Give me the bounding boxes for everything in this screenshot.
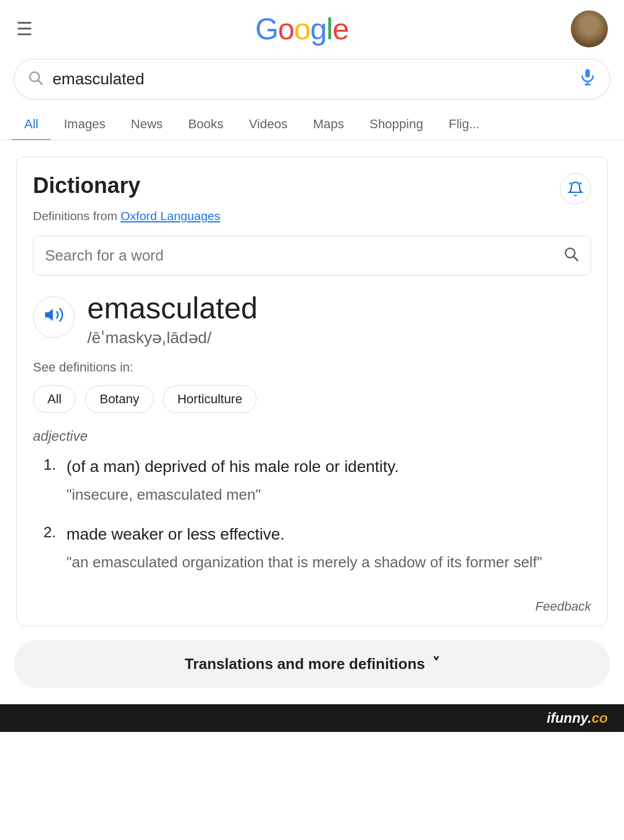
search-bar-search-icon xyxy=(27,69,43,90)
def-text-2: made weaker or less effective. xyxy=(66,522,591,547)
search-bar-container xyxy=(0,54,624,109)
google-logo: Google xyxy=(255,12,349,46)
feedback-row: Feedback xyxy=(33,590,591,626)
word-section: emasculated /ēˈmaskyəˌlādəd/ xyxy=(33,292,591,347)
svg-line-6 xyxy=(574,257,577,260)
tab-shopping[interactable]: Shopping xyxy=(356,109,436,140)
def-content-1: (of a man) deprived of his male role or … xyxy=(66,455,591,506)
see-definitions-label: See definitions in: xyxy=(33,360,591,375)
def-example-1: "insecure, emasculated men" xyxy=(66,484,591,506)
speaker-button[interactable] xyxy=(33,296,75,338)
bell-alert-button[interactable] xyxy=(560,173,591,205)
svg-line-1 xyxy=(38,80,42,84)
dictionary-title: Dictionary xyxy=(33,173,140,198)
filter-pills: All Botany Horticulture xyxy=(33,385,591,413)
avatar-image xyxy=(571,10,608,47)
definitions-source: Definitions from Oxford Languages xyxy=(33,209,591,223)
filter-all[interactable]: All xyxy=(33,385,76,413)
filter-horticulture[interactable]: Horticulture xyxy=(163,385,257,413)
def-content-2: made weaker or less effective. "an emasc… xyxy=(66,522,591,574)
definitions-list: 1. (of a man) deprived of his male role … xyxy=(33,455,591,574)
nav-tabs: All Images News Books Videos Maps Shoppi… xyxy=(0,109,624,140)
tab-maps[interactable]: Maps xyxy=(300,109,357,140)
word-info: emasculated /ēˈmaskyəˌlādəd/ xyxy=(87,292,591,347)
tab-all[interactable]: All xyxy=(12,109,51,140)
chevron-down-icon: ˅ xyxy=(432,655,440,673)
tab-books[interactable]: Books xyxy=(176,109,236,140)
word-title: emasculated xyxy=(87,292,591,325)
dictionary-search-input[interactable] xyxy=(45,247,563,265)
definition-item-1: 1. (of a man) deprived of his male role … xyxy=(33,455,591,506)
word-pronunciation: /ēˈmaskyəˌlādəd/ xyxy=(87,328,591,347)
user-avatar[interactable] xyxy=(571,10,608,47)
tab-videos[interactable]: Videos xyxy=(236,109,300,140)
svg-marker-7 xyxy=(45,309,53,321)
app-header: ☰ Google xyxy=(0,0,624,54)
definition-item-2: 2. made weaker or less effective. "an em… xyxy=(33,522,591,574)
tab-news[interactable]: News xyxy=(118,109,176,140)
dictionary-card: Dictionary Definitions from Oxford Langu… xyxy=(16,157,608,626)
filter-botany[interactable]: Botany xyxy=(85,385,154,413)
dictionary-search-icon xyxy=(563,246,579,266)
search-input[interactable] xyxy=(53,70,578,88)
search-bar[interactable] xyxy=(14,59,610,99)
part-of-speech: adjective xyxy=(33,428,591,444)
svg-rect-2 xyxy=(585,69,590,78)
microphone-icon[interactable] xyxy=(578,68,597,91)
translations-button[interactable]: Translations and more definitions ˅ xyxy=(14,640,610,688)
translations-label: Translations and more definitions xyxy=(184,655,425,673)
def-example-2: "an emasculated organization that is mer… xyxy=(66,551,591,574)
def-number-1: 1. xyxy=(33,455,56,506)
ifunny-logo: ifunny.co xyxy=(547,710,608,726)
dictionary-search-field[interactable] xyxy=(33,236,591,276)
hamburger-menu-icon[interactable]: ☰ xyxy=(16,20,33,38)
ifunny-bar: ifunny.co xyxy=(0,704,624,732)
main-content: Dictionary Definitions from Oxford Langu… xyxy=(0,140,624,626)
tab-more[interactable]: Flig... xyxy=(436,109,492,140)
feedback-link[interactable]: Feedback xyxy=(535,599,591,614)
speaker-icon xyxy=(43,304,64,330)
def-number-2: 2. xyxy=(33,522,56,574)
tab-images[interactable]: Images xyxy=(51,109,118,140)
dictionary-header: Dictionary xyxy=(33,173,591,205)
oxford-languages-link[interactable]: Oxford Languages xyxy=(121,209,221,222)
def-text-1: (of a man) deprived of his male role or … xyxy=(66,455,591,479)
